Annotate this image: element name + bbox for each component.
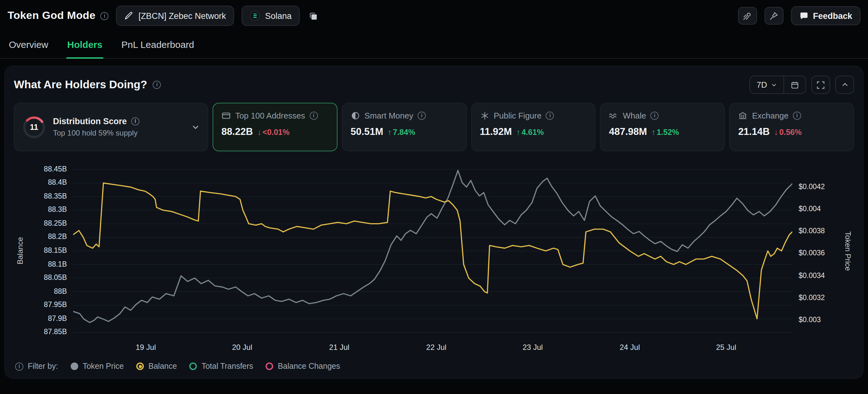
- card-value: 50.51M: [351, 126, 383, 137]
- tick-label: 87.85B: [44, 328, 67, 335]
- top-100-addresses-card[interactable]: Top 100 Addresses i 88.22B ↓<0.01%: [213, 103, 338, 151]
- tick-label: 24 Jul: [620, 343, 640, 352]
- tick-label: 88.2B: [48, 233, 67, 240]
- card-label: Smart Money: [365, 111, 413, 121]
- coin-icon: [351, 111, 360, 121]
- chain-name: Solana: [265, 11, 291, 21]
- y-axis-right-ticks: $0.0042$0.004$0.0038$0.0036$0.0034$0.003…: [792, 163, 841, 339]
- tick-label: $0.0032: [799, 294, 825, 301]
- token-price-marker-icon: [71, 362, 78, 370]
- filter-balance-changes[interactable]: Balance Changes: [266, 362, 340, 371]
- total-transfers-marker-icon: [190, 362, 197, 370]
- holders-chart: Balance 88.45B88.4B88.35B88.3B88.25B88.2…: [14, 163, 854, 356]
- pin-icon: [769, 11, 778, 21]
- chart-filter-legend: i Filter by: Token Price Balance Total T…: [14, 362, 854, 371]
- tick-label: $0.004: [799, 205, 821, 212]
- feedback-label: Feedback: [813, 11, 852, 21]
- timeframe-dropdown[interactable]: 7D: [750, 76, 783, 93]
- whale-card[interactable]: Whale i 487.98M ↑1.52%: [600, 103, 725, 151]
- edit-pencil-icon: [125, 11, 133, 20]
- tab-holders[interactable]: Holders: [66, 39, 104, 58]
- page-title-group: Token God Mode i: [7, 9, 109, 22]
- copy-address-button[interactable]: [308, 10, 319, 22]
- card-value: 88.22B: [221, 126, 253, 137]
- public-figure-card[interactable]: Public Figure i 11.92M ↑4.61%: [471, 103, 596, 151]
- filter-total-transfers[interactable]: Total Transfers: [190, 362, 253, 371]
- page-title: Token God Mode: [7, 9, 96, 22]
- chart-plot[interactable]: [73, 163, 792, 339]
- card-label: Public Figure: [494, 111, 541, 121]
- info-icon[interactable]: i: [15, 362, 23, 370]
- panel-header: What Are Holders Doing? i 7D: [14, 76, 854, 94]
- change-arrow-icon: ↓: [257, 128, 261, 137]
- tick-label: 88.3B: [48, 206, 67, 214]
- info-icon[interactable]: i: [793, 111, 801, 120]
- sparkle-icon: [480, 111, 489, 121]
- holder-stat-cards: 11 Distribution Score i Top 100 hold 59%…: [14, 103, 854, 151]
- info-icon[interactable]: i: [153, 81, 161, 89]
- chain-selector-pill[interactable]: Solana: [242, 6, 300, 26]
- exchange-card[interactable]: Exchange i 21.14B ↓0.56%: [729, 103, 854, 151]
- info-icon[interactable]: i: [309, 111, 318, 120]
- holders-panel: What Are Holders Doing? i 7D: [4, 66, 864, 379]
- token-god-mode-page: Token God Mode i [ZBCN] Zebec Network So…: [0, 0, 868, 394]
- filter-balance[interactable]: Balance: [136, 362, 177, 371]
- chevron-down-icon[interactable]: [191, 123, 200, 131]
- card-change: ↓0.56%: [774, 128, 801, 137]
- solana-icon: [250, 11, 260, 21]
- token-selector-pill[interactable]: [ZBCN] Zebec Network: [116, 6, 234, 26]
- tick-label: 88.45B: [44, 165, 67, 173]
- tick-label: 23 Jul: [523, 343, 543, 352]
- tick-label: 22 Jul: [426, 343, 446, 352]
- tick-label: 87.9B: [48, 314, 67, 322]
- collapse-panel-button[interactable]: [835, 76, 854, 94]
- distribution-score-gauge: 11: [22, 115, 46, 139]
- filter-by-label: Filter by:: [28, 362, 58, 371]
- card-value: 21.14B: [738, 126, 770, 137]
- change-arrow-icon: ↓: [774, 128, 778, 137]
- tick-label: $0.0036: [799, 249, 825, 257]
- chevron-down-icon: [771, 81, 777, 88]
- change-arrow-icon: ↑: [388, 128, 392, 137]
- info-icon[interactable]: i: [546, 111, 554, 120]
- tab-overview[interactable]: Overview: [7, 39, 50, 58]
- feedback-button[interactable]: Feedback: [791, 6, 861, 25]
- filter-by-group: i Filter by:: [15, 362, 58, 371]
- tick-label: $0.0038: [799, 227, 825, 234]
- tick-label: 88.1B: [48, 260, 67, 268]
- tick-label: 25 Jul: [716, 343, 736, 352]
- tick-label: 21 Jul: [329, 343, 349, 352]
- panel-controls: 7D: [750, 76, 854, 94]
- tick-label: 88.15B: [44, 247, 67, 254]
- change-arrow-icon: ↑: [651, 128, 655, 137]
- smart-money-card[interactable]: Smart Money i 50.51M ↑7.84%: [342, 103, 467, 151]
- card-change: ↑1.52%: [651, 128, 679, 137]
- chat-bubble-icon: [799, 11, 808, 21]
- distribution-score-label: Distribution Score: [53, 117, 127, 126]
- chevron-up-icon: [841, 81, 849, 89]
- top-bar: Token God Mode i [ZBCN] Zebec Network So…: [0, 0, 868, 32]
- tick-label: 88.4B: [48, 179, 67, 186]
- tick-label: 88.35B: [44, 192, 67, 200]
- x-axis-labels: 19 Jul20 Jul21 Jul22 Jul23 Jul24 Jul25 J…: [73, 343, 792, 356]
- tab-pnl-leaderboard[interactable]: PnL Leaderboard: [120, 39, 195, 58]
- token-name: [ZBCN] Zebec Network: [138, 11, 226, 21]
- info-icon[interactable]: i: [131, 117, 140, 126]
- tick-label: $0.0042: [799, 183, 825, 190]
- info-icon[interactable]: i: [101, 12, 109, 20]
- balance-changes-marker-icon: [266, 362, 274, 370]
- calendar-button[interactable]: [784, 76, 806, 93]
- y-axis-left-ticks: 88.45B88.4B88.35B88.3B88.25B88.2B88.15B8…: [27, 163, 73, 339]
- info-icon[interactable]: i: [651, 111, 659, 120]
- quick-actions-button[interactable]: [738, 7, 757, 25]
- fullscreen-button[interactable]: [811, 76, 830, 94]
- credit-card-icon: [221, 111, 231, 121]
- filter-token-price[interactable]: Token Price: [71, 362, 124, 371]
- pin-button[interactable]: [764, 7, 783, 25]
- panel-title: What Are Holders Doing?: [14, 78, 147, 91]
- card-label: Top 100 Addresses: [235, 111, 305, 121]
- info-icon[interactable]: i: [417, 111, 426, 120]
- tab-bar: Overview Holders PnL Leaderboard: [0, 32, 868, 59]
- card-value: 487.98M: [609, 126, 647, 137]
- distribution-score-card[interactable]: 11 Distribution Score i Top 100 hold 59%…: [14, 103, 208, 151]
